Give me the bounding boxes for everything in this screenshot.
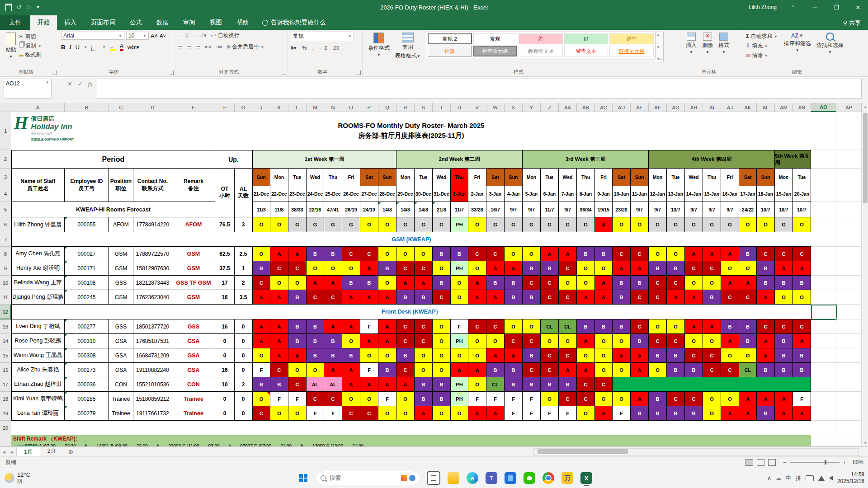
shift-cell[interactable]: O (433, 334, 451, 348)
staff-id-cell[interactable]: 000310 (65, 334, 109, 348)
shift-cell[interactable]: A (685, 319, 703, 334)
shift-cell[interactable]: O (396, 392, 415, 406)
shift-cell[interactable]: B (685, 406, 703, 421)
shift-cell[interactable]: F (360, 363, 378, 377)
shift-cell[interactable]: B (523, 261, 541, 276)
day-date-cell[interactable]: 10-Jan (613, 186, 631, 202)
shift-cell[interactable]: B (288, 319, 307, 334)
shift-cell[interactable]: B (721, 319, 739, 334)
day-date-cell[interactable]: 26-Dec (342, 186, 360, 202)
day-dow-cell[interactable]: Thu (451, 169, 468, 186)
shift-cell[interactable]: C (703, 261, 721, 276)
shift-cell[interactable]: G (703, 217, 721, 232)
insert-cells-button[interactable]: 插入▼ (683, 32, 699, 55)
shift-cell[interactable]: O (415, 247, 433, 261)
day-dow-cell[interactable]: Wed (559, 169, 577, 186)
shift-cell[interactable]: C (307, 290, 324, 305)
shift-cell[interactable]: O (523, 319, 541, 334)
row-header-3[interactable]: 3 (0, 169, 11, 186)
cell-style-chip[interactable]: 差 (519, 33, 563, 44)
shift-cell[interactable]: G (775, 217, 793, 232)
staff-position-cell[interactable]: GSM (109, 290, 133, 305)
shift-cell[interactable]: A (342, 290, 360, 305)
name-box[interactable]: AO12▼ (4, 79, 52, 99)
staff-ot-cell[interactable]: 0 (215, 406, 235, 421)
forecast-cell[interactable]: 9/7 (703, 202, 721, 217)
staff-id-cell[interactable]: 000277 (65, 319, 109, 334)
align-left-icon[interactable]: ☰ (178, 44, 183, 50)
shift-cell[interactable]: B (667, 261, 685, 276)
shift-cell[interactable]: C (667, 334, 685, 348)
col-header-AP[interactable]: AP (836, 103, 862, 112)
shift-cell[interactable]: A (324, 363, 342, 377)
day-dow-cell[interactable]: Tue (541, 169, 559, 186)
day-date-cell[interactable]: 18-Jan (757, 186, 775, 202)
shift-cell[interactable]: A (378, 319, 396, 334)
shift-cell[interactable]: C (613, 247, 631, 261)
shift-cell[interactable]: G (324, 217, 342, 232)
formula-input[interactable] (97, 79, 862, 99)
shift-cell[interactable]: C (324, 392, 342, 406)
shift-cell[interactable]: A (739, 406, 757, 421)
staff-name-cell[interactable]: Lilith Zhong 钟晨晨 (11, 217, 65, 232)
shift-cell[interactable]: B (324, 334, 342, 348)
staff-al-cell[interactable]: 3 (235, 217, 252, 232)
shift-cell[interactable]: F (505, 392, 523, 406)
shift-cell[interactable]: O (739, 261, 757, 276)
forecast-cell[interactable]: 24/19 (360, 202, 378, 217)
photos-icon[interactable] (505, 472, 516, 484)
day-date-cell[interactable]: 17-Jan (739, 186, 757, 202)
shift-cell[interactable]: B (415, 392, 433, 406)
shift-cell[interactable]: C (415, 319, 433, 334)
shift-cell[interactable]: O (270, 217, 288, 232)
col-header-AL[interactable]: AL (757, 103, 775, 112)
row-header-17[interactable]: 17 (0, 377, 11, 392)
day-dow-cell[interactable]: Mon (396, 169, 415, 186)
empty-cell[interactable] (811, 334, 836, 348)
shift-cell[interactable]: O (595, 363, 613, 377)
staff-ot-cell[interactable]: 16 (215, 363, 235, 377)
day-date-cell[interactable]: 25-Dec (324, 186, 342, 202)
shift-cell[interactable]: A (360, 261, 378, 276)
shift-cell[interactable]: PH (451, 392, 468, 406)
shift-cell[interactable]: G (433, 217, 451, 232)
shift-cell[interactable]: O (270, 406, 288, 421)
shift-cell[interactable]: A (415, 406, 433, 421)
shift-cell[interactable]: O (360, 348, 378, 363)
day-date-cell[interactable]: 28-Dec (378, 186, 396, 202)
shift-cell[interactable]: B (595, 319, 613, 334)
empty-cell[interactable] (811, 217, 836, 232)
forecast-cell[interactable]: 14/8 (396, 202, 415, 217)
staff-al-cell[interactable]: 0 (235, 348, 252, 363)
col-header-J[interactable]: J (252, 103, 270, 112)
keyboard-icon[interactable] (806, 475, 814, 481)
shift-cell[interactable]: C (559, 348, 577, 363)
shift-cell[interactable]: G (577, 217, 595, 232)
shift-cell[interactable]: A (595, 217, 613, 232)
day-dow-cell[interactable]: Tue (288, 169, 307, 186)
shift-cell[interactable]: A (775, 261, 793, 276)
shift-cell[interactable]: B (433, 392, 451, 406)
shift-cell[interactable]: O (433, 363, 451, 377)
shift-cell[interactable]: A (288, 348, 307, 363)
shift-cell[interactable]: C (739, 290, 757, 305)
shift-cell[interactable]: C (486, 319, 505, 334)
forecast-cell[interactable]: 22/16 (307, 202, 324, 217)
empty-cell[interactable] (811, 348, 836, 363)
ribbon-tab-审阅[interactable]: 审阅 (176, 15, 203, 30)
day-date-cell[interactable]: 4-Jan (505, 186, 523, 202)
shift-cell[interactable]: A (468, 290, 486, 305)
shift-cell[interactable]: O (378, 247, 396, 261)
day-dow-cell[interactable]: Sun (378, 169, 396, 186)
shift-cell[interactable]: A (739, 392, 757, 406)
staff-al-cell[interactable]: 2.5 (235, 247, 252, 261)
page-layout-view-icon[interactable] (757, 459, 764, 466)
shift-cell[interactable]: B (739, 334, 757, 348)
row-header-12[interactable]: 12 (0, 305, 11, 319)
shift-cell[interactable]: O (577, 406, 595, 421)
shift-cell[interactable]: O (468, 377, 486, 392)
shift-cell[interactable]: O (486, 334, 505, 348)
shift-cell[interactable]: O (378, 406, 396, 421)
shift-cell[interactable]: O (307, 363, 324, 377)
shift-cell[interactable]: A (307, 276, 324, 290)
